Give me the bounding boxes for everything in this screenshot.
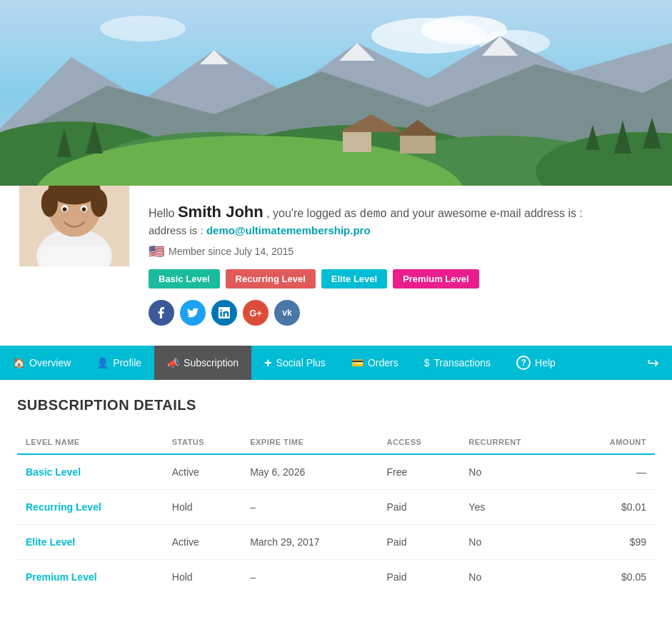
access-premium: Paid: [378, 560, 460, 595]
level-name-basic[interactable]: Basic Level: [17, 454, 164, 490]
profile-section: Hello Smith John , you're logged as demo…: [0, 186, 672, 340]
hero-banner: [0, 0, 672, 186]
svg-rect-21: [343, 132, 371, 152]
col-status: STATUS: [164, 431, 241, 454]
access-elite: Paid: [378, 525, 460, 560]
vk-icon[interactable]: vk: [274, 300, 300, 326]
profile-info: Hello Smith John , you're logged as demo…: [149, 197, 655, 326]
svg-point-34: [82, 207, 86, 211]
svg-point-4: [100, 16, 186, 41]
access-recurring: Paid: [378, 490, 460, 525]
help-icon: ?: [516, 356, 531, 370]
recurrent-elite: No: [460, 525, 570, 560]
amount-recurring: $0.01: [570, 490, 655, 525]
col-level-name: LEVEL NAME: [17, 431, 164, 454]
orders-icon: 💳: [351, 357, 363, 368]
col-recurrent: RECURRENT: [460, 431, 570, 454]
recurrent-recurring: Yes: [460, 490, 570, 525]
page-wrapper: Hello Smith John , you're logged as demo…: [0, 0, 672, 622]
col-access: ACCESS: [378, 431, 460, 454]
nav-help[interactable]: ? Help: [503, 346, 568, 380]
level-name-recurring[interactable]: Recurring Level: [17, 490, 164, 525]
logged-as-prefix: , you're logged as: [266, 207, 356, 219]
svg-rect-23: [400, 136, 436, 154]
recurrent-premium: No: [460, 560, 570, 595]
nav-transactions-label: Transactions: [433, 357, 491, 368]
badge-recurring-level[interactable]: Recurring Level: [226, 269, 316, 289]
col-expire-time: EXPIRE TIME: [241, 431, 378, 454]
logout-icon: ↪: [647, 354, 659, 371]
nav-subscription-label: Subscription: [184, 357, 239, 368]
content-area: SUBSCRIPTION DETAILS LEVEL NAME STATUS E…: [0, 380, 672, 622]
table-header: LEVEL NAME STATUS EXPIRE TIME ACCESS REC…: [17, 431, 655, 454]
amount-elite: $99: [570, 525, 655, 560]
plus-icon: +: [264, 356, 272, 371]
level-name-premium[interactable]: Premium Level: [17, 560, 164, 595]
dollar-icon: $: [424, 357, 430, 368]
nav-logout[interactable]: ↪: [634, 346, 672, 380]
member-since: 🇺🇸 Member since July 14, 2015: [149, 244, 655, 259]
nav-overview[interactable]: 🏠 Overview: [0, 346, 84, 380]
greeting-prefix: Hello: [149, 207, 174, 219]
recurrent-basic: No: [460, 454, 570, 490]
google-plus-icon[interactable]: G+: [243, 300, 269, 326]
linkedin-icon[interactable]: [211, 300, 237, 326]
amount-premium: $0.05: [570, 560, 655, 595]
svg-point-29: [41, 189, 58, 217]
table-row: Recurring Level Hold – Paid Yes $0.01: [17, 490, 655, 525]
user-email[interactable]: demo@ultimatemembership.pro: [206, 224, 371, 236]
nav-social-plus[interactable]: + Social Plus: [251, 346, 338, 380]
status-elite: Active: [164, 525, 241, 560]
megaphone-icon: 📣: [167, 357, 179, 368]
facebook-icon[interactable]: [149, 300, 174, 326]
nav-orders-label: Orders: [368, 357, 398, 368]
person-icon: 👤: [96, 357, 109, 368]
greeting-line: Hello Smith John , you're logged as demo…: [149, 203, 655, 221]
table-row: Elite Level Active March 29, 2017 Paid N…: [17, 525, 655, 560]
status-basic: Active: [164, 454, 241, 490]
badge-premium-level[interactable]: Premium Level: [393, 269, 479, 289]
table-row: Basic Level Active May 6, 2026 Free No —: [17, 454, 655, 490]
badge-elite-level[interactable]: Elite Level: [321, 269, 387, 289]
table-row: Premium Level Hold – Paid No $0.05: [17, 560, 655, 595]
flag-icon: 🇺🇸: [149, 244, 164, 259]
demo-label: demo: [359, 206, 387, 220]
expire-basic: May 6, 2026: [241, 454, 378, 490]
level-badges: Basic Level Recurring Level Elite Level …: [149, 269, 655, 289]
nav-help-label: Help: [535, 357, 556, 368]
table-body: Basic Level Active May 6, 2026 Free No —…: [17, 454, 655, 594]
status-premium: Hold: [164, 560, 241, 595]
email-prefix-text: and your awesome e-mail address is :: [390, 207, 582, 219]
nav-profile[interactable]: 👤 Profile: [84, 346, 154, 380]
expire-recurring: –: [241, 490, 378, 525]
subscription-table: LEVEL NAME STATUS EXPIRE TIME ACCESS REC…: [17, 431, 655, 594]
user-name: Smith John: [178, 203, 264, 221]
home-icon: 🏠: [13, 357, 25, 368]
nav-subscription[interactable]: 📣 Subscription: [154, 346, 251, 380]
col-amount: AMOUNT: [570, 431, 655, 454]
level-name-elite[interactable]: Elite Level: [17, 525, 164, 560]
section-title: SUBSCRIPTION DETAILS: [17, 397, 655, 413]
svg-rect-35: [40, 246, 109, 266]
twitter-icon[interactable]: [180, 300, 206, 326]
amount-basic: —: [570, 454, 655, 490]
social-icons: G+ vk: [149, 300, 655, 326]
access-basic: Free: [378, 454, 460, 490]
nav-social-plus-label: Social Plus: [276, 357, 326, 368]
expire-premium: –: [241, 560, 378, 595]
member-since-text: Member since July 14, 2015: [169, 246, 294, 257]
email-line: address is : demo@ultimatemembership.pro: [149, 224, 655, 236]
svg-point-30: [91, 189, 107, 217]
nav-bar: 🏠 Overview 👤 Profile 📣 Subscription + So…: [0, 346, 672, 380]
nav-orders[interactable]: 💳 Orders: [338, 346, 411, 380]
nav-profile-label: Profile: [113, 357, 141, 368]
status-recurring: Hold: [164, 490, 241, 525]
svg-point-33: [63, 207, 67, 211]
badge-basic-level[interactable]: Basic Level: [149, 269, 220, 289]
expire-elite: March 29, 2017: [241, 525, 378, 560]
nav-transactions[interactable]: $ Transactions: [411, 346, 503, 380]
nav-overview-label: Overview: [29, 357, 71, 368]
